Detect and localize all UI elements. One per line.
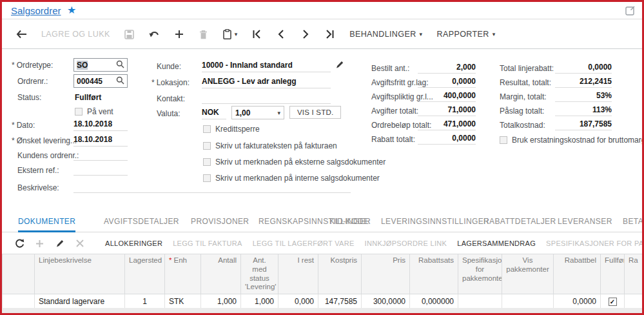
print-invoice-text-checkbox[interactable] xyxy=(203,142,211,150)
behandlinger-menu[interactable]: BEHANDLINGER ▾ xyxy=(349,30,422,39)
cell-pris[interactable]: 300,0000 xyxy=(362,294,410,309)
kontakt-value[interactable] xyxy=(202,93,331,104)
kunde-value[interactable]: 10000 - Innland standard xyxy=(202,61,331,72)
page-title[interactable]: Salgsordrer xyxy=(11,5,61,16)
kundens-ordrenr-value[interactable] xyxy=(73,150,128,161)
add-icon[interactable] xyxy=(174,30,184,39)
column-header-rabattbelop[interactable]: Rabattbel xyxy=(554,254,601,294)
vis-i-std-button[interactable]: VIS I STD. xyxy=(289,106,341,119)
lokasjon-value[interactable]: ANLEGG - Lev adr anlegg xyxy=(202,77,331,88)
cell-kostpris[interactable]: 147,7585 xyxy=(318,294,362,309)
search-icon[interactable] xyxy=(116,59,124,71)
tab-provisjoner[interactable]: PROVISJONER xyxy=(191,212,249,232)
tab-dokumenter[interactable]: DOKUMENTER xyxy=(18,212,75,232)
fullfort-checkbox-checked[interactable]: ✓ xyxy=(609,298,617,306)
kredittsperre-checkbox-row[interactable]: Kredittsperre xyxy=(203,123,260,134)
cell-vis-pakkemonter[interactable] xyxy=(502,294,554,309)
table-row[interactable]: Standard lagervare 1 STK 1,000 1,000 0,0… xyxy=(3,294,644,309)
cell-i-rest[interactable]: 0,000 xyxy=(278,294,318,309)
cell-antall[interactable]: 1,000 xyxy=(201,294,241,309)
rapporter-menu[interactable]: RAPPORTER ▾ xyxy=(437,30,496,39)
tab-kid-kode[interactable]: KID-KODE xyxy=(329,212,369,232)
go-last-icon[interactable] xyxy=(325,30,335,39)
print-external-note-checkbox-row[interactable]: Skriv ut merknaden på eksterne salgsdoku… xyxy=(203,156,385,167)
go-previous-icon[interactable] xyxy=(276,30,286,39)
cell-rabattsats[interactable]: 0,000000 xyxy=(410,294,458,309)
valuta-currency[interactable]: NOK xyxy=(202,108,226,119)
column-header-pris[interactable]: Pris xyxy=(362,254,410,294)
cell-rabattbelop[interactable]: 0,0000 xyxy=(554,294,601,309)
legg-til-lagerfort-vare-button[interactable]: LEGG TIL LAGERFØRT VARE xyxy=(253,239,355,247)
clipboard-icon[interactable]: ▾ xyxy=(223,29,238,39)
tab-leveranser[interactable]: LEVERANSER xyxy=(558,212,612,232)
cell-ant-lev[interactable]: 1,000 xyxy=(241,294,278,309)
note-edit-icon[interactable] xyxy=(625,5,636,18)
replacement-cost-checkbox[interactable] xyxy=(500,136,507,144)
ordrenr-input[interactable]: 000445 xyxy=(73,74,128,88)
column-header-i-rest[interactable]: I rest xyxy=(278,254,318,294)
column-header-rabattsats[interactable]: Rabattsats xyxy=(410,254,458,294)
edit-customer-icon[interactable] xyxy=(335,60,344,72)
go-next-icon[interactable] xyxy=(300,30,311,39)
allokeringer-button[interactable]: ALLOKERINGER xyxy=(105,239,162,247)
delete-icon[interactable] xyxy=(199,30,209,39)
refresh-icon[interactable] xyxy=(15,238,24,249)
column-header-vis-pakkemonter[interactable]: Vis pakkemonter xyxy=(502,254,554,294)
favorite-star-icon[interactable]: ★ xyxy=(67,4,76,16)
rabatt-totalt-label: Rabatt totalt: xyxy=(371,135,415,144)
pa-vent-checkbox-row[interactable]: På vent xyxy=(75,105,113,117)
cell-linjebeskrivelse[interactable]: Standard lagervare xyxy=(35,294,125,309)
tab-betalinger[interactable]: BETALIN xyxy=(623,212,644,232)
tab-rabattdetaljer[interactable]: RABATTDETALJER xyxy=(483,212,556,232)
tab-avgiftsdetaljer[interactable]: AVGIFTSDETALJER xyxy=(104,212,179,232)
column-header-ant-med-status[interactable]: Ant. med status 'Levering' xyxy=(241,254,278,294)
edit-row-icon[interactable] xyxy=(55,239,64,248)
kredittsperre-checkbox[interactable] xyxy=(203,125,211,133)
pa-vent-checkbox[interactable] xyxy=(75,108,83,116)
onsket-levering-value[interactable]: 18.10.2018 xyxy=(73,135,128,147)
spesifikasjoner-button[interactable]: SPESIFIKASJONER FOR PAKKEMONTERING xyxy=(546,239,644,247)
beskrivelse-value[interactable] xyxy=(73,182,351,193)
column-header-rowicon[interactable] xyxy=(3,254,35,294)
column-header-spesifikasjon[interactable]: Spesifikasjon for pakkemonter xyxy=(458,254,502,294)
lokasjon-label: *Lokasjon: xyxy=(151,78,190,87)
required-marker: * xyxy=(12,61,15,70)
dato-value[interactable]: 18.10.2018 xyxy=(73,119,128,131)
save-and-close-button[interactable]: LAGRE OG LUKK xyxy=(41,30,110,39)
cell-fullfort[interactable]: ✓ xyxy=(601,294,625,309)
cell-rabatt-cut[interactable] xyxy=(625,294,644,309)
delete-row-icon[interactable] xyxy=(75,239,84,247)
valuta-rate-select[interactable]: 1,00 ▾ xyxy=(231,106,284,119)
ekstern-ref-value[interactable] xyxy=(73,165,128,176)
go-first-icon[interactable] xyxy=(251,30,262,39)
horizontal-scrollbar[interactable] xyxy=(2,308,642,313)
column-header-linjebeskrivelse[interactable]: Linjebeskrivelse xyxy=(35,254,125,294)
lagersammendrag-button[interactable]: LAGERSAMMENDRAG xyxy=(457,239,536,247)
add-row-icon[interactable] xyxy=(35,239,44,248)
cell-lagersted[interactable]: 1 xyxy=(125,294,165,309)
print-invoice-text-checkbox-row[interactable]: Skriv ut fakturateksten på fakturaen xyxy=(203,139,337,151)
print-external-note-checkbox[interactable] xyxy=(203,158,211,166)
print-internal-note-checkbox[interactable] xyxy=(203,174,211,182)
column-header-enh[interactable]: *Enh xyxy=(165,254,201,294)
required-marker: * xyxy=(151,78,155,87)
replacement-cost-checkbox-row[interactable]: Bruk erstatningskostnad for bruttomargin… xyxy=(500,134,644,145)
resultat-totalt-label: Resultat, totalt: xyxy=(500,78,551,87)
search-icon[interactable] xyxy=(116,76,124,87)
tab-leveringsinnstillinger[interactable]: LEVERINGSINNSTILLINGER xyxy=(381,212,489,232)
column-header-antall[interactable]: Antall xyxy=(201,254,241,294)
back-icon[interactable] xyxy=(16,30,27,39)
save-icon[interactable] xyxy=(124,30,135,39)
cell-spesifikasjon[interactable] xyxy=(458,294,502,309)
column-header-kostpris[interactable]: Kostpris xyxy=(318,254,362,294)
totalkostnad-value: 187,7585 xyxy=(555,119,612,130)
undo-icon[interactable] xyxy=(149,30,160,39)
cell-enh[interactable]: STK xyxy=(165,294,201,309)
column-header-lagersted[interactable]: Lagersted xyxy=(125,254,165,294)
legg-til-faktura-button[interactable]: LEGG TIL FAKTURA xyxy=(173,239,242,247)
ordretype-input[interactable]: SO xyxy=(73,58,128,72)
column-header-rabatt-cut[interactable]: Ra xyxy=(625,254,644,294)
column-header-fullfort[interactable]: Fullført xyxy=(601,254,625,294)
print-internal-note-checkbox-row[interactable]: Skriv ut merknaden på interne salgsdokum… xyxy=(203,172,380,183)
innkjopsordre-link-button[interactable]: INNKJØPSORDRE LINK xyxy=(365,239,447,247)
